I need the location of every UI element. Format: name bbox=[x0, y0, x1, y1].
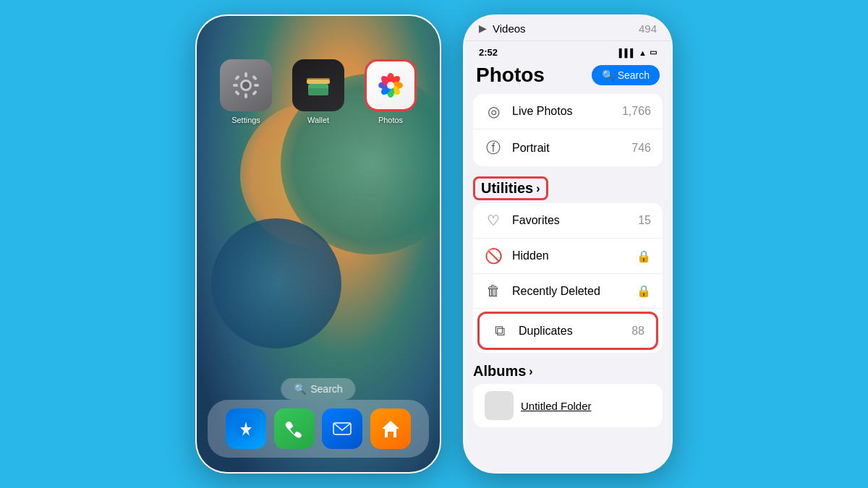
svg-rect-2 bbox=[244, 72, 247, 77]
utilities-chevron: › bbox=[536, 182, 540, 195]
duplicates-count: 88 bbox=[631, 325, 644, 338]
portrait-label: Portrait bbox=[512, 142, 550, 155]
phone-search-bar[interactable]: 🔍 Search bbox=[281, 378, 355, 400]
svg-rect-5 bbox=[254, 84, 259, 87]
dock-home[interactable] bbox=[370, 408, 411, 449]
duplicates-label: Duplicates bbox=[519, 325, 573, 338]
svg-marker-28 bbox=[382, 421, 399, 437]
favorites-item[interactable]: ♡ Favorites 15 bbox=[473, 203, 663, 239]
right-phone-content: ▶ Videos 494 2:52 ▌▌▌ ▲ ▭ Photos 🔍 bbox=[464, 16, 671, 472]
status-time: 2:52 bbox=[479, 47, 498, 58]
videos-top-bar: ▶ Videos 494 bbox=[464, 16, 671, 41]
favorites-count: 15 bbox=[638, 214, 651, 227]
media-types-card: ◎ Live Photos 1,766 ⓕ Portrait 746 bbox=[473, 94, 663, 166]
search-magnifier: 🔍 bbox=[294, 383, 306, 395]
svg-rect-14 bbox=[308, 80, 328, 84]
albums-header[interactable]: Albums › bbox=[473, 363, 663, 380]
live-photos-count: 1,766 bbox=[622, 105, 651, 118]
search-button-icon: 🔍 bbox=[602, 69, 614, 81]
live-photos-left: ◎ Live Photos bbox=[485, 103, 573, 120]
wallpaper: Settings Wallet bbox=[197, 16, 440, 472]
wallet-label: Wallet bbox=[307, 116, 329, 124]
search-button[interactable]: 🔍 Search bbox=[592, 65, 660, 85]
settings-app[interactable]: Settings bbox=[220, 59, 272, 124]
albums-chevron: › bbox=[529, 365, 532, 378]
photos-app[interactable]: Photos bbox=[365, 59, 417, 124]
status-icons: ▌▌▌ ▲ ▭ bbox=[619, 48, 657, 57]
dock-phone[interactable] bbox=[274, 408, 315, 449]
phone-search-label: Search bbox=[310, 383, 342, 395]
albums-section: Albums › bbox=[464, 361, 671, 380]
photos-icon[interactable] bbox=[365, 59, 417, 111]
untitled-folder-row[interactable]: Untitled Folder bbox=[473, 384, 663, 427]
wallpaper-blob-3 bbox=[211, 218, 341, 348]
svg-rect-6 bbox=[234, 75, 240, 81]
home-icons-row: Settings Wallet bbox=[197, 59, 440, 124]
settings-icon[interactable] bbox=[220, 59, 272, 111]
settings-gear-svg bbox=[231, 70, 261, 100]
home-icon-svg bbox=[379, 417, 402, 440]
wallet-app[interactable]: Wallet bbox=[292, 59, 344, 124]
portrait-count: 746 bbox=[631, 142, 651, 155]
search-button-label: Search bbox=[618, 69, 650, 81]
photos-flower-svg bbox=[375, 69, 407, 101]
svg-rect-4 bbox=[233, 84, 238, 87]
dock-safari[interactable] bbox=[226, 408, 266, 449]
svg-rect-8 bbox=[234, 90, 240, 96]
utilities-header[interactable]: Utilities › bbox=[473, 176, 548, 200]
videos-label: Videos bbox=[493, 22, 526, 35]
status-bar-right: 2:52 ▌▌▌ ▲ ▭ bbox=[464, 41, 671, 61]
svg-rect-3 bbox=[244, 93, 247, 98]
utilities-title: Utilities bbox=[481, 180, 533, 197]
settings-label: Settings bbox=[231, 116, 260, 124]
svg-rect-9 bbox=[252, 90, 258, 96]
svg-rect-13 bbox=[308, 88, 328, 95]
mail-icon-svg bbox=[331, 417, 354, 440]
recently-deleted-item[interactable]: 🗑 Recently Deleted 🔒 bbox=[473, 274, 663, 309]
safari-icon-svg bbox=[234, 417, 258, 440]
phone-dock bbox=[208, 400, 429, 458]
duplicates-item[interactable]: ⧉ Duplicates 88 bbox=[477, 312, 658, 350]
portrait-icon: ⓕ bbox=[485, 138, 502, 158]
hidden-item[interactable]: 🚫 Hidden 🔒 bbox=[473, 239, 663, 274]
hidden-icon: 🚫 bbox=[485, 247, 502, 265]
hidden-left: 🚫 Hidden bbox=[485, 247, 549, 265]
phone-icon-svg bbox=[283, 417, 306, 440]
live-photos-item[interactable]: ◎ Live Photos 1,766 bbox=[473, 94, 663, 129]
live-photos-icon: ◎ bbox=[485, 103, 502, 120]
hidden-label: Hidden bbox=[512, 249, 549, 262]
wallet-svg bbox=[302, 69, 334, 101]
svg-rect-7 bbox=[252, 75, 258, 81]
recently-deleted-left: 🗑 Recently Deleted bbox=[485, 283, 600, 299]
videos-count: 494 bbox=[639, 22, 657, 35]
photos-label: Photos bbox=[378, 116, 403, 124]
recently-deleted-label: Recently Deleted bbox=[512, 285, 600, 298]
recently-deleted-icon: 🗑 bbox=[485, 283, 502, 299]
hidden-lock: 🔒 bbox=[637, 249, 651, 263]
favorites-left: ♡ Favorites bbox=[485, 212, 560, 229]
wifi-icon: ▲ bbox=[639, 48, 647, 57]
photos-title: Photos bbox=[476, 64, 545, 87]
portrait-item[interactable]: ⓕ Portrait 746 bbox=[473, 129, 663, 166]
duplicates-left: ⧉ Duplicates bbox=[491, 322, 573, 339]
utilities-card: ♡ Favorites 15 🚫 Hidden 🔒 🗑 bbox=[473, 203, 663, 353]
signal-icon: ▌▌▌ bbox=[619, 48, 636, 57]
albums-title: Albums bbox=[473, 363, 526, 380]
recently-deleted-lock: 🔒 bbox=[637, 284, 651, 298]
wallet-icon[interactable] bbox=[292, 59, 344, 111]
favorites-label: Favorites bbox=[512, 214, 560, 227]
untitled-folder-label: Untitled Folder bbox=[521, 400, 592, 412]
photos-header: Photos 🔍 Search bbox=[464, 61, 671, 94]
battery-icon: ▭ bbox=[650, 48, 657, 57]
live-photos-label: Live Photos bbox=[512, 105, 573, 118]
videos-icon: ▶ bbox=[479, 22, 487, 34]
duplicates-icon: ⧉ bbox=[491, 322, 509, 339]
svg-point-23 bbox=[387, 82, 394, 89]
portrait-left: ⓕ Portrait bbox=[485, 138, 550, 158]
dock-mail[interactable] bbox=[322, 408, 362, 449]
svg-point-1 bbox=[242, 82, 250, 89]
left-phone: Settings Wallet bbox=[195, 14, 441, 474]
main-container: Settings Wallet bbox=[0, 0, 868, 488]
right-phone: ▶ Videos 494 2:52 ▌▌▌ ▲ ▭ Photos 🔍 bbox=[463, 14, 673, 474]
folder-thumbnail bbox=[485, 391, 514, 420]
